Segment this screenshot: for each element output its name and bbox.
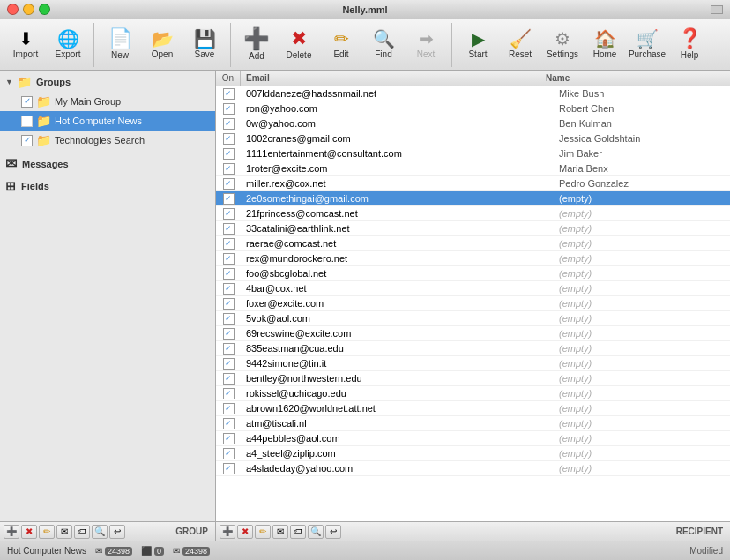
row-checkbox[interactable] [223,118,235,130]
row-checkbox[interactable] [223,148,235,160]
bt-tag-button[interactable]: 🏷 [74,525,90,539]
messages-section[interactable]: ✉ Messages [0,152,215,175]
col-header-name[interactable]: Name [540,71,717,86]
row-checkbox[interactable] [223,313,235,325]
table-row[interactable]: abrown1620@worldnet.att.net(empty) [216,401,730,416]
row-checkbox[interactable] [223,238,235,250]
row-checkbox[interactable] [223,433,235,444]
table-row[interactable]: raerae@comcast.net(empty) [216,236,730,251]
bt-remove-button[interactable]: ✖ [21,525,37,539]
close-button[interactable] [7,4,19,15]
col-header-email[interactable]: Email [241,71,540,86]
table-row[interactable]: a4sladeday@yahoo.com(empty) [216,461,730,476]
table-row[interactable]: 33catalini@earthlink.net(empty) [216,221,730,236]
groups-header[interactable]: ▼ 📁 Groups [0,72,215,92]
import-button[interactable]: ⬇ Import [5,24,46,66]
row-checkbox[interactable] [223,193,235,205]
row-checkbox[interactable] [223,448,235,459]
table-row[interactable]: foxer@excite.com(empty) [216,296,730,311]
row-checkbox[interactable] [223,103,235,115]
next-button[interactable]: ➡ Next [406,24,446,66]
row-checkbox[interactable] [223,343,235,355]
edit-button[interactable]: ✏ Edit [321,24,361,66]
row-checkbox[interactable] [223,463,235,474]
group-checkbox-technologies-search[interactable] [21,135,33,146]
bt-msg-button[interactable]: ✉ [56,525,72,539]
table-row[interactable]: 007lddaneze@hadssnmail.netMike Bush [216,86,730,101]
purchase-button[interactable]: 🛒 Purchase [627,24,667,66]
row-checkbox[interactable] [223,403,235,414]
start-button[interactable]: ▶ Start [458,24,498,66]
add-button[interactable]: ➕ Add [236,24,277,66]
reset-button[interactable]: 🧹 Reset [500,24,540,66]
settings-button[interactable]: ⚙ Settings [542,24,583,66]
table-row[interactable]: 1111entertainment@consultant.comJim Bake… [216,146,730,161]
row-checkbox[interactable] [223,133,235,145]
bottom-toolbar-right: ➕ ✖ ✏ ✉ 🏷 🔍 ↩ RECIPIENT [216,522,730,541]
table-row[interactable]: rokissel@uchicago.edu(empty) [216,386,730,401]
row-checkbox[interactable] [223,358,235,370]
resize-handle[interactable] [711,5,723,14]
bt-add-button[interactable]: ➕ [4,525,19,539]
row-checkbox[interactable] [223,163,235,175]
table-row[interactable]: 1002cranes@gmail.comJessica Goldshtain [216,131,730,146]
table-row[interactable]: rex@mundorockero.net(empty) [216,251,730,266]
row-checkbox[interactable] [223,208,235,220]
rt-msg-button[interactable]: ✉ [272,525,288,539]
rt-undo-button[interactable]: ↩ [325,525,341,539]
table-row[interactable]: ron@yahoo.comRobert Chen [216,101,730,116]
table-row[interactable]: 9442simone@tin.it(empty) [216,356,730,371]
table-row[interactable]: foo@sbcglobal.net(empty) [216,266,730,281]
bt-edit-button[interactable]: ✏ [39,525,55,539]
bt-undo-button[interactable]: ↩ [109,525,125,539]
row-checkbox[interactable] [223,388,235,399]
table-row[interactable]: atm@tiscali.nl(empty) [216,416,730,431]
table-row[interactable]: 4bar@cox.net(empty) [216,281,730,296]
sidebar-item-my-main-group[interactable]: 📁 My Main Group [0,92,215,111]
delete-button[interactable]: ✖ Delete [279,24,319,66]
table-row[interactable]: 0w@yahoo.comBen Kulman [216,116,730,131]
row-checkbox[interactable] [223,268,235,280]
table-row[interactable]: 835eastman@cua.edu(empty) [216,341,730,356]
export-button[interactable]: 🌐 Export [48,24,88,66]
rt-tag-button[interactable]: 🏷 [290,525,306,539]
new-label: New [111,50,129,60]
table-row[interactable]: 69recswine@excite.com(empty) [216,326,730,341]
home-button[interactable]: 🏠 Home [585,24,625,66]
table-row[interactable]: 21fprincess@comcast.net(empty) [216,206,730,221]
rt-remove-button[interactable]: ✖ [237,525,253,539]
rt-edit-button[interactable]: ✏ [255,525,271,539]
table-row[interactable]: 1roter@excite.comMaria Benx [216,161,730,176]
row-checkbox[interactable] [223,253,235,265]
group-checkbox-my-main-group[interactable] [21,96,33,108]
table-row[interactable]: miller.rex@cox.netPedro Gonzalez [216,176,730,191]
table-body[interactable]: 007lddaneze@hadssnmail.netMike Bushron@y… [216,86,730,521]
group-checkbox-hot-computer-news[interactable] [21,116,33,127]
find-button[interactable]: 🔍 Find [363,24,404,66]
table-row[interactable]: a44pebbles@aol.com(empty) [216,431,730,446]
new-button[interactable]: 📄 New [100,24,140,66]
row-checkbox[interactable] [223,328,235,340]
rt-search-button[interactable]: 🔍 [308,525,324,539]
rt-add-button[interactable]: ➕ [220,525,235,539]
open-button[interactable]: 📂 Open [142,24,182,66]
save-button[interactable]: 💾 Save [184,24,225,66]
row-checkbox[interactable] [223,283,235,295]
minimize-button[interactable] [23,4,34,15]
bt-search-button[interactable]: 🔍 [92,525,108,539]
row-checkbox[interactable] [223,223,235,235]
table-row[interactable]: 2e0somethingai@gmail.com(empty) [216,191,730,206]
maximize-button[interactable] [39,4,50,15]
row-checkbox[interactable] [223,178,235,190]
table-row[interactable]: a4_steel@ziplip.com(empty) [216,446,730,461]
row-checkbox[interactable] [223,373,235,385]
table-row[interactable]: bentley@northwestern.edu(empty) [216,371,730,386]
fields-section[interactable]: ⊞ Fields [0,175,215,197]
help-button[interactable]: ❓ Help [669,24,710,66]
row-checkbox[interactable] [223,298,235,310]
table-row[interactable]: 5vok@aol.com(empty) [216,311,730,326]
sidebar-item-hot-computer-news[interactable]: 📁 Hot Computer News [0,111,215,131]
row-checkbox[interactable] [223,88,235,100]
row-checkbox[interactable] [223,418,235,429]
sidebar-item-technologies-search[interactable]: 📁 Technologies Search [0,131,215,150]
